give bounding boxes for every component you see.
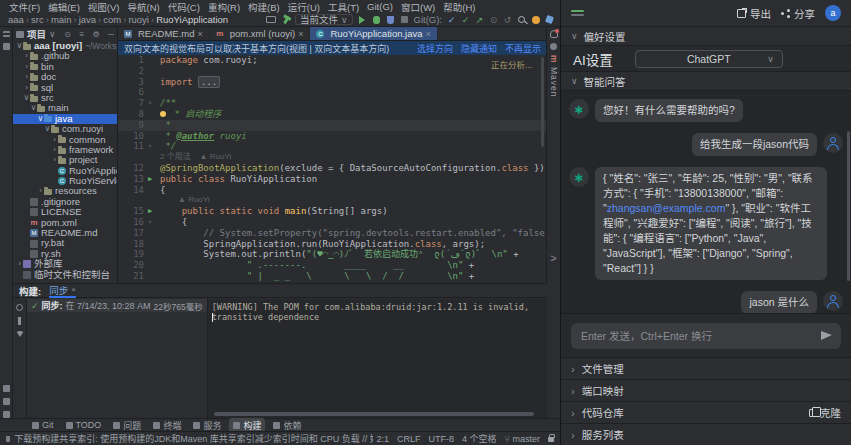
rerun-icon[interactable] (16, 304, 23, 311)
tree-item[interactable]: ∨java (13, 114, 117, 124)
menu-item[interactable]: 文件(F) (6, 0, 43, 13)
git-commit-icon[interactable]: ✓ (461, 14, 470, 25)
gutter[interactable]: 18 (118, 239, 156, 250)
indent-size[interactable]: 4 个空格 (462, 432, 497, 445)
user-profile-avatar[interactable]: a (825, 5, 841, 21)
run-configuration-select[interactable]: 当前文件∨ (295, 14, 353, 25)
chevron-down-icon[interactable]: ∨ (23, 93, 30, 103)
breadcrumb-item[interactable]: java (79, 14, 96, 25)
close-icon[interactable]: × (71, 285, 76, 294)
filter-icon[interactable] (16, 331, 24, 337)
gutter[interactable]: 6 (118, 87, 156, 98)
run-icon[interactable] (358, 14, 367, 25)
tree-item[interactable]: ›resources (13, 186, 117, 196)
qa-section-header[interactable]: ∨ 智能问答 (561, 72, 851, 91)
tree-item[interactable]: CRuoYiApplication (13, 166, 117, 176)
tree-item[interactable]: mpom.xml (13, 218, 117, 228)
stop-icon[interactable] (400, 14, 409, 25)
breadcrumb-item[interactable]: aaa (8, 14, 24, 25)
chevron-down-icon[interactable]: ∨ (30, 103, 37, 113)
clone-button[interactable]: 克隆 (809, 405, 841, 420)
chevron-right-icon[interactable]: › (16, 259, 23, 269)
gutter[interactable]: 20 (118, 260, 156, 271)
tree-item[interactable]: ∨com.ruoyi (13, 124, 117, 134)
gradle-toolwindow-icon[interactable] (550, 43, 557, 50)
editor-tab[interactable]: mpom.xml (ruoyi)× (210, 27, 311, 40)
model-select-dropdown[interactable]: ChatGPT ∨ (635, 50, 783, 68)
chevron-right-icon[interactable]: › (51, 145, 58, 155)
chat-input[interactable] (571, 323, 841, 349)
send-icon[interactable] (821, 331, 832, 340)
tree-item[interactable]: ›外部库 (13, 259, 117, 269)
gutter[interactable]: 14 (118, 185, 156, 196)
debug-icon[interactable] (372, 14, 381, 25)
chat-bubble[interactable]: 您好！有什么需要帮助的吗? (595, 99, 743, 122)
chat-bubble[interactable]: { "姓名": "张三", "年龄": 25, "性别": "男", "联系方式… (595, 167, 827, 280)
status-message[interactable]: 下载预构建共享索引: 使用预构建的JDK和Maven 库共享索引减少索引时间和 … (14, 432, 372, 445)
tree-item[interactable]: ∨src (13, 93, 117, 103)
banner-action-link[interactable]: 隐藏通知 (461, 42, 497, 55)
gutter[interactable]: 2 (118, 66, 156, 77)
gutter[interactable]: 8 (118, 109, 156, 120)
tree-item[interactable]: LICENSE (13, 207, 117, 217)
banner-action-link[interactable]: 不再显示 (505, 42, 541, 55)
coverage-icon[interactable] (386, 14, 395, 25)
menu-item[interactable]: 构建(B) (245, 0, 283, 13)
git-history-icon[interactable]: ⊙ (489, 14, 498, 25)
gutter[interactable]: 1 (118, 55, 156, 66)
close-icon[interactable]: × (426, 29, 431, 39)
gutter[interactable]: 21 (118, 271, 156, 282)
tree-item[interactable]: 临时文件和控制台 (13, 270, 117, 280)
pin-icon[interactable] (18, 317, 21, 325)
tree-item[interactable]: ›.github (13, 51, 117, 61)
project-view-chevron-icon[interactable]: ∨ (49, 29, 56, 39)
menu-item[interactable]: 帮助(H) (440, 0, 478, 13)
menu-item[interactable]: 视图(V) (85, 0, 123, 13)
preferences-section-header[interactable]: ∨ 偏好设置 (561, 27, 851, 46)
chevron-right-icon[interactable]: › (51, 135, 58, 145)
chevron-down-icon[interactable]: ∨ (37, 114, 44, 124)
chevron-down-icon[interactable]: ∨ (44, 124, 51, 134)
gutter[interactable]: 15▶ (118, 206, 156, 217)
menu-item[interactable]: Git(G) (364, 1, 396, 12)
chevron-down-icon[interactable]: ∨ (16, 41, 23, 51)
tree-item[interactable]: ›doc (13, 72, 117, 82)
gutter[interactable]: 11∘ (118, 141, 156, 152)
tree-item[interactable]: ›bin (13, 62, 117, 72)
tree-item[interactable]: MREADME.md (13, 228, 117, 238)
run-gutter-icon[interactable]: ▶ (144, 206, 156, 217)
editor-scrollbar[interactable] (541, 57, 544, 147)
export-button[interactable]: 导出 (737, 6, 771, 21)
gutter[interactable]: 3 (118, 77, 156, 88)
git-push-icon[interactable]: ↗ (475, 14, 484, 25)
menu-item[interactable]: 重构(R) (205, 0, 243, 13)
chat-bubble[interactable]: 给我生成一段jason代码 (692, 133, 817, 156)
breadcrumb-item[interactable]: main (51, 14, 72, 25)
tree-item[interactable]: ∨main (13, 103, 117, 113)
chevron-right-icon[interactable]: › (23, 51, 30, 61)
fold-gutter-icon[interactable]: ∘ (144, 141, 156, 152)
code-area[interactable]: 1package com.ruoyi;23import ...67∘/**8 *… (118, 55, 547, 283)
git-rollback-icon[interactable]: ↺ (503, 14, 512, 25)
project-toolwindow-icon[interactable] (3, 31, 10, 37)
chat-bubble[interactable]: jason 是什么 (741, 291, 817, 313)
build-tab-sync[interactable]: 同步× (49, 284, 76, 298)
close-icon[interactable]: × (298, 29, 303, 39)
gutter[interactable]: 7∘ (118, 98, 156, 109)
menu-item[interactable]: 工具(T) (325, 0, 362, 13)
tree-item[interactable]: ›framework (13, 145, 117, 155)
menu-hamburger-icon[interactable] (571, 10, 584, 16)
plugin-icon[interactable] (545, 14, 554, 25)
tree-item[interactable]: ry.bat (13, 238, 117, 248)
folder-toolwindow-icon[interactable] (3, 43, 10, 50)
breadcrumb-item[interactable]: ruoyi (128, 14, 149, 25)
tree-item[interactable]: .gitignore (13, 197, 117, 207)
section-服务列表[interactable]: ›服务列表 (561, 423, 851, 445)
gutter[interactable]: 13▶ (118, 174, 156, 185)
tree-item[interactable]: ›common (13, 135, 117, 145)
maven-toolwindow-button[interactable]: m Maven (549, 55, 559, 97)
tree-item[interactable]: CRuoYiServletInitiali (13, 176, 117, 186)
gutter[interactable]: 9 (118, 120, 156, 131)
git-branch[interactable]: ⑂ master (505, 434, 540, 444)
notifications-icon[interactable] (531, 14, 540, 25)
